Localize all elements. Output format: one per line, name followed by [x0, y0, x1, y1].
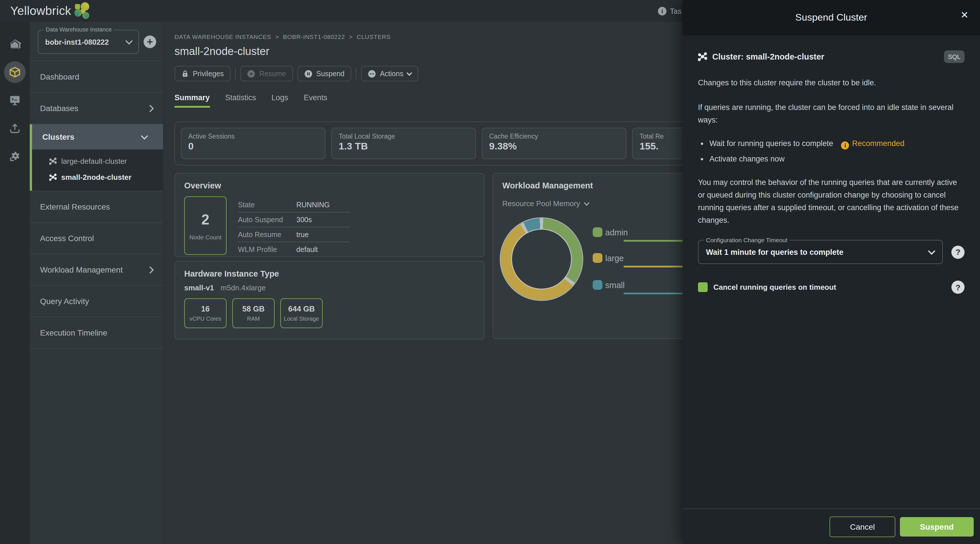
tab-logs[interactable]: Logs: [272, 93, 288, 108]
privileges-button[interactable]: Privileges: [175, 66, 231, 81]
sidebar-item-execution-timeline[interactable]: Execution Timeline: [30, 317, 163, 349]
stat-value: 1.3 TB: [339, 141, 469, 152]
tab-statistics[interactable]: Statistics: [225, 93, 256, 108]
legend-label: admin: [605, 228, 628, 237]
home-icon[interactable]: [4, 33, 26, 55]
instance-select-value: bobr-inst1-080222: [45, 38, 126, 46]
tab-events[interactable]: Events: [304, 93, 328, 108]
chevron-down-icon: [141, 132, 148, 139]
sidebar-item-databases[interactable]: Databases: [30, 93, 163, 124]
panel-header: Suspend Cluster ✕: [682, 0, 980, 35]
wait-option-text: Wait for running queries to complete: [710, 139, 833, 148]
panel-body: Cluster: small-2node-cluster SQL Changes…: [682, 50, 980, 294]
list-item: Activate changes now: [710, 151, 964, 167]
row-value: 300s: [296, 215, 312, 223]
suspend-label: Suspend: [316, 70, 344, 78]
sidebar-item-label: External Resources: [40, 202, 110, 211]
panel-footer: Cancel Suspend: [682, 509, 980, 544]
sql-button[interactable]: SQL: [944, 50, 964, 63]
sidebar-item-external-resources[interactable]: External Resources: [30, 191, 163, 223]
load-data-icon[interactable]: [4, 117, 26, 139]
idle-requirement-text: Changes to this cluster require the clus…: [698, 77, 964, 89]
suspend-cluster-panel: Suspend Cluster ✕ Cluster: small-2node-c…: [682, 0, 980, 544]
resume-button[interactable]: Resume: [240, 66, 293, 81]
add-instance-button[interactable]: +: [143, 35, 156, 48]
legend-item-admin: admin: [593, 227, 628, 237]
query-console-icon[interactable]: [4, 89, 26, 111]
tile-label: vCPU Cores: [189, 316, 221, 322]
idle-options-list: Wait for running queries to completeiRec…: [698, 136, 964, 167]
toolbar-divider: [235, 67, 236, 80]
breadcrumb-clusters[interactable]: CLUSTERS: [357, 33, 390, 40]
sidebar-item-access-control[interactable]: Access Control: [30, 223, 163, 254]
chevron-down-icon: [584, 200, 590, 206]
cluster-icon: [698, 52, 707, 61]
instance-selector-block: Data Warehouse Instance bobr-inst1-08022…: [30, 22, 163, 61]
cluster-icon: [49, 173, 57, 181]
checkbox-label: Cancel running queries on timeout: [713, 283, 943, 292]
ram-tile: 58 GB RAM: [232, 298, 275, 328]
chevron-down-icon: [125, 37, 132, 45]
close-icon[interactable]: ✕: [961, 10, 969, 20]
actions-button[interactable]: Actions: [361, 66, 418, 81]
tasks-indicator[interactable]: i Tas: [658, 0, 681, 22]
vcpu-tile: 16 vCPU Cores: [184, 298, 227, 328]
help-icon[interactable]: ?: [951, 246, 964, 258]
tile-value: 58 GB: [242, 305, 265, 313]
sidebar-item-query-activity[interactable]: Query Activity: [30, 286, 163, 317]
sidebar-item-dashboard[interactable]: Dashboard: [30, 61, 163, 93]
legend-label: small: [605, 280, 625, 289]
cancel-queries-checkbox[interactable]: [698, 282, 708, 292]
resource-pool-donut-chart: [501, 218, 582, 300]
help-icon[interactable]: ?: [951, 281, 964, 294]
overview-card: Overview 2 Node Count State RUNNING: [175, 173, 485, 257]
node-count-value: 2: [201, 211, 209, 228]
legend-label: large: [605, 254, 624, 263]
sidebar-item-workload-management[interactable]: Workload Management: [30, 254, 163, 286]
hardware-instance-type: m5dn.4xlarge: [221, 284, 266, 292]
configuration-change-timeout-select[interactable]: Configuration Change Timeout Wait 1 minu…: [698, 240, 943, 264]
sidebar-item-large-default-cluster[interactable]: large-default-cluster: [30, 153, 163, 169]
panel-title: Suspend Cluster: [795, 12, 867, 24]
sidebar-item-small-2node-cluster[interactable]: small-2node-cluster: [30, 169, 163, 185]
cancel-button[interactable]: Cancel: [830, 516, 895, 537]
sidebar: Data Warehouse Instance bobr-inst1-08022…: [30, 22, 164, 544]
yellowbrick-logo: Yellowbrick: [10, 2, 92, 20]
cancel-queries-row: Cancel running queries on timeout ?: [698, 281, 964, 294]
row-label: Auto Resume: [238, 230, 296, 239]
field-value: Wait 1 minute for queries to complete: [706, 248, 929, 256]
tile-value: 16: [201, 305, 210, 313]
hardware-family: small-v1: [184, 284, 214, 292]
admin-settings-icon[interactable]: [4, 145, 26, 167]
overview-table: State RUNNING Auto Suspend 300s Auto Res…: [238, 198, 350, 257]
chevron-down-icon: [928, 247, 935, 255]
selector-label: Resource Pool Memory: [502, 199, 580, 208]
hardware-title: Hardware Instance Type: [184, 269, 475, 278]
info-icon: i: [658, 6, 667, 15]
node-count-label: Node Count: [189, 233, 221, 240]
suspend-confirm-button[interactable]: Suspend: [900, 517, 974, 536]
donut-hole: [512, 230, 571, 289]
breadcrumb-instances[interactable]: DATA WAREHOUSE INSTANCES: [175, 33, 271, 40]
stat-value: 0: [188, 141, 318, 152]
tab-summary[interactable]: Summary: [175, 93, 210, 108]
app: Yellowbrick i Tas: [0, 0, 980, 544]
instance-select[interactable]: Data Warehouse Instance bobr-inst1-08022…: [38, 30, 139, 54]
table-row: WLM Profile default: [238, 242, 350, 257]
instance-icon[interactable]: [4, 61, 26, 83]
small-legend-swatch: [593, 280, 602, 290]
forced-idle-text: If queries are running, the cluster can …: [698, 101, 964, 126]
legend-item-large: large: [593, 253, 624, 263]
tile-label: Local Storage: [284, 316, 319, 322]
row-label: State: [238, 201, 296, 209]
chevron-right-icon: [146, 105, 154, 112]
stat-cache-efficiency: Cache Efficiency 9.38%: [482, 128, 627, 159]
row-value: default: [296, 246, 318, 254]
toolbar-divider: [356, 67, 356, 80]
sidebar-item-clusters[interactable]: Clusters: [30, 124, 163, 150]
suspend-button[interactable]: Suspend: [297, 66, 351, 81]
breadcrumb-instance[interactable]: BOBR-INST1-080222: [283, 33, 345, 40]
cluster-icon: [49, 157, 57, 164]
stat-value: 9.38%: [489, 141, 619, 152]
tasks-label: Tas: [670, 6, 681, 15]
